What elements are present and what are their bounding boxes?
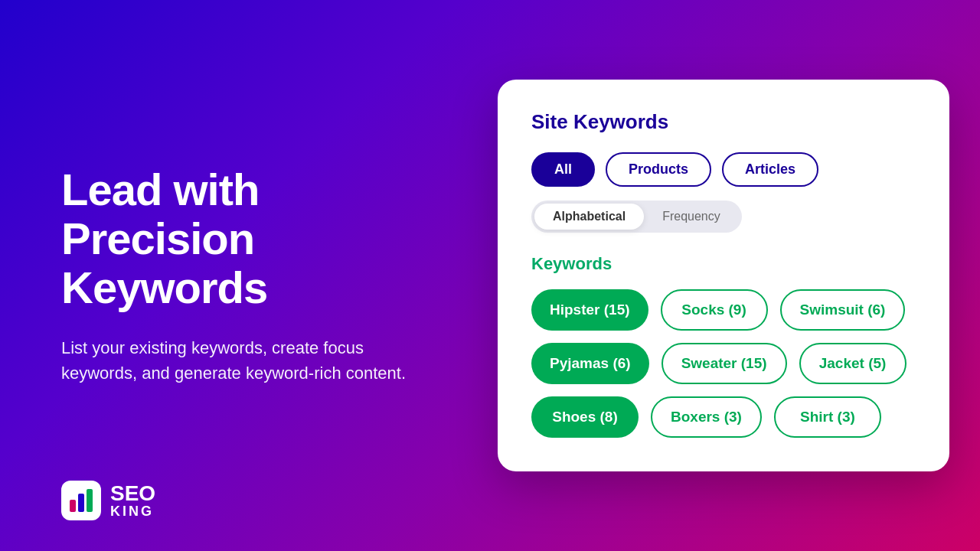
keyword-jacket[interactable]: Jacket (5) xyxy=(799,343,906,384)
sort-tabs: Alphabetical Frequency xyxy=(531,201,742,233)
keyword-swimsuit[interactable]: Swimsuit (6) xyxy=(780,289,906,331)
sort-alphabetical[interactable]: Alphabetical xyxy=(534,204,644,230)
keyword-shoes[interactable]: Shoes (8) xyxy=(531,396,639,438)
left-section: Lead with Precision Keywords List your e… xyxy=(0,119,498,431)
keywords-section-title: Keywords xyxy=(531,254,916,274)
keyword-shirt[interactable]: Shirt (3) xyxy=(774,396,881,438)
keyword-hipster[interactable]: Hipster (15) xyxy=(531,289,648,331)
keywords-row-1: Hipster (15) Socks (9) Swimsuit (6) xyxy=(531,289,916,331)
keyword-boxers[interactable]: Boxers (3) xyxy=(651,396,762,438)
logo-icon xyxy=(61,481,101,520)
tab-articles[interactable]: Articles xyxy=(722,152,818,187)
tab-products[interactable]: Products xyxy=(606,152,711,187)
svg-rect-1 xyxy=(70,500,76,512)
card-title: Site Keywords xyxy=(531,110,916,134)
keyword-pyjamas[interactable]: Pyjamas (6) xyxy=(531,343,649,384)
logo-area: SEO KING xyxy=(61,481,155,520)
keyword-sweater[interactable]: Sweater (15) xyxy=(662,343,787,384)
card: Site Keywords All Products Articles Alph… xyxy=(498,80,949,471)
sort-frequency[interactable]: Frequency xyxy=(644,204,739,230)
keywords-grid: Hipster (15) Socks (9) Swimsuit (6) Pyja… xyxy=(531,289,916,438)
logo-seo-text: SEO xyxy=(110,483,155,504)
keywords-row-3: Shoes (8) Boxers (3) Shirt (3) xyxy=(531,396,916,438)
subtext: List your existing keywords, create focu… xyxy=(61,335,429,386)
svg-rect-2 xyxy=(78,494,84,512)
category-tabs: All Products Articles xyxy=(531,152,916,187)
logo-text: SEO KING xyxy=(110,483,155,518)
logo-king-text: KING xyxy=(110,504,155,518)
headline: Lead with Precision Keywords xyxy=(61,165,452,311)
right-section: Site Keywords All Products Articles Alph… xyxy=(498,80,949,471)
svg-rect-3 xyxy=(87,489,93,512)
tab-all[interactable]: All xyxy=(531,152,595,187)
keywords-row-2: Pyjamas (6) Sweater (15) Jacket (5) xyxy=(531,343,916,384)
keyword-socks[interactable]: Socks (9) xyxy=(661,289,768,331)
